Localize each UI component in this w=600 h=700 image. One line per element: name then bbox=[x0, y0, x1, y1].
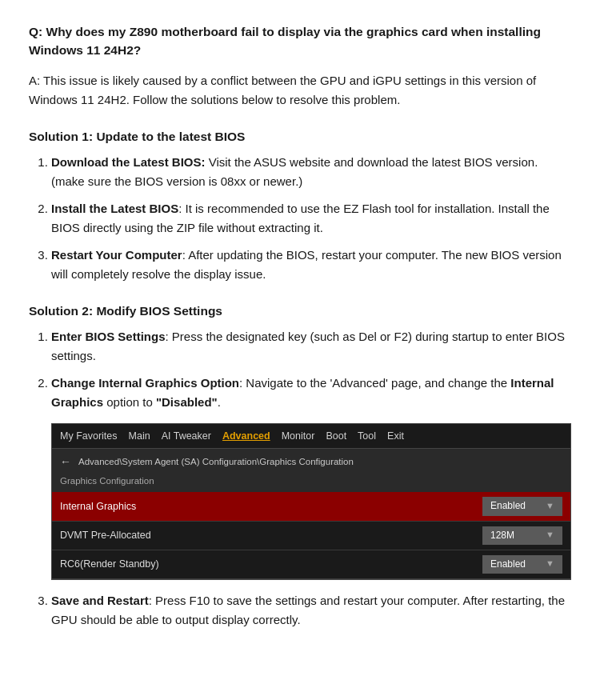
bios-row-internal-graphics[interactable]: Internal Graphics Enabled ▼ bbox=[52, 492, 570, 521]
list-item: Enter BIOS Settings: Press the designate… bbox=[51, 327, 571, 366]
bios-menu-tool[interactable]: Tool bbox=[358, 428, 376, 444]
solution1-block: Solution 1: Update to the latest BIOS Do… bbox=[29, 127, 571, 284]
bios-row-label-rc6: RC6(Render Standby) bbox=[60, 556, 482, 572]
solution2-steps: Enter BIOS Settings: Press the designate… bbox=[29, 327, 571, 630]
sol2-step2-label: Change Internal Graphics Option bbox=[51, 376, 239, 390]
solution2-block: Solution 2: Modify BIOS Settings Enter B… bbox=[29, 302, 571, 630]
bios-back-arrow[interactable]: ← bbox=[60, 453, 71, 470]
bios-menubar: My Favorites Main AI Tweaker Advanced Mo… bbox=[52, 424, 570, 449]
answer-text: A: This issue is likely caused by a conf… bbox=[29, 71, 571, 110]
list-item: Install the Latest BIOS: It is recommend… bbox=[51, 199, 571, 238]
bios-menu-monitor[interactable]: Monitor bbox=[282, 428, 315, 444]
solution2-title: Solution 2: Modify BIOS Settings bbox=[29, 302, 571, 321]
bios-menu-advanced[interactable]: Advanced bbox=[222, 428, 270, 444]
list-item: Change Internal Graphics Option: Navigat… bbox=[51, 374, 571, 580]
bios-menu-main[interactable]: Main bbox=[129, 428, 150, 444]
bios-dropdown-arrow-3: ▼ bbox=[546, 557, 554, 571]
step1-label: Download the Latest BIOS: bbox=[51, 155, 206, 169]
bios-menu-aitweaker[interactable]: AI Tweaker bbox=[162, 428, 211, 444]
step3-label: Restart Your Computer bbox=[51, 248, 182, 262]
question-text: Q: Why does my Z890 motherboard fail to … bbox=[29, 22, 571, 60]
bios-row-value-internal-graphics: Enabled ▼ bbox=[482, 497, 562, 515]
bios-menu-boot[interactable]: Boot bbox=[326, 428, 346, 444]
bios-row-label-internal-graphics: Internal Graphics bbox=[60, 498, 482, 514]
bios-menu-myfavorites[interactable]: My Favorites bbox=[60, 428, 118, 444]
bios-row-value-rc6: Enabled ▼ bbox=[482, 555, 562, 574]
bios-row-dvmt[interactable]: DVMT Pre-Allocated 128M ▼ bbox=[52, 522, 570, 550]
bios-breadcrumb-text: Advanced\System Agent (SA) Configuration… bbox=[78, 454, 354, 469]
question-block: Q: Why does my Z890 motherboard fail to … bbox=[29, 22, 571, 110]
solution1-steps: Download the Latest BIOS: Visit the ASUS… bbox=[29, 153, 571, 284]
sol2-step3-label: Save and Restart bbox=[51, 594, 149, 607]
bios-dropdown-arrow-2: ▼ bbox=[546, 528, 554, 542]
bios-panel: My Favorites Main AI Tweaker Advanced Mo… bbox=[51, 423, 571, 580]
sol2-step2-period: . bbox=[218, 395, 221, 409]
bios-row-value-dvmt: 128M ▼ bbox=[482, 526, 562, 545]
sol2-step2-bold3: "Disabled" bbox=[156, 395, 218, 409]
list-item: Save and Restart: Press F10 to save the … bbox=[51, 591, 571, 630]
sol2-step1-label: Enter BIOS Settings bbox=[51, 330, 166, 343]
bios-row-rc6[interactable]: RC6(Render Standby) Enabled ▼ bbox=[52, 550, 570, 579]
sol2-step2-text2: option to bbox=[103, 395, 156, 409]
bios-breadcrumb: ← Advanced\System Agent (SA) Configurati… bbox=[52, 449, 570, 472]
step2-label: Install the Latest BIOS bbox=[51, 202, 178, 215]
bios-section-title: Graphics Configuration bbox=[52, 472, 570, 492]
list-item: Download the Latest BIOS: Visit the ASUS… bbox=[51, 153, 571, 191]
sol2-step2-text: : Navigate to the 'Advanced' page, and c… bbox=[239, 376, 510, 390]
list-item: Restart Your Computer: After updating th… bbox=[51, 246, 571, 284]
bios-row-label-dvmt: DVMT Pre-Allocated bbox=[60, 527, 482, 543]
solution1-title: Solution 1: Update to the latest BIOS bbox=[29, 127, 571, 146]
bios-dropdown-arrow-1: ▼ bbox=[546, 499, 554, 514]
bios-menu-exit[interactable]: Exit bbox=[387, 428, 404, 444]
